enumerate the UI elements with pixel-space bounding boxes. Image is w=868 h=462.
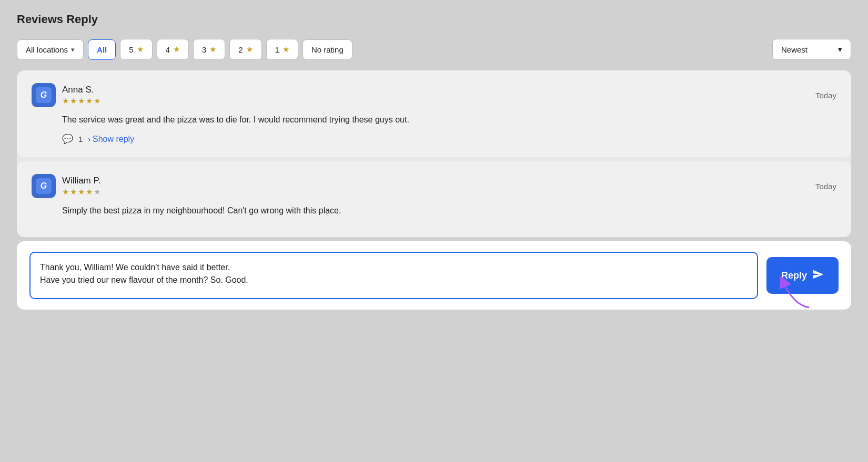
review-header-1: G Anna S. ★ ★ ★ ★ ★ Today: [32, 83, 836, 107]
review-header-left-1: G Anna S. ★ ★ ★ ★ ★: [32, 83, 100, 107]
reply-area-wrapper: Reply: [17, 241, 851, 310]
locations-dropdown[interactable]: All locations ▾: [17, 39, 84, 60]
star-icon: ★: [78, 187, 85, 197]
review-card-1: G Anna S. ★ ★ ★ ★ ★ Today: [17, 70, 851, 157]
sort-label: Newest: [781, 45, 808, 54]
filter-3star-button[interactable]: 3 ★: [193, 39, 225, 60]
review-header-left-2: G William P. ★ ★ ★ ★ ★: [32, 174, 100, 198]
star-5-icon: ★: [137, 45, 144, 54]
star-icon: ★: [86, 187, 93, 197]
locations-chevron: ▾: [71, 46, 75, 54]
reply-button[interactable]: Reply: [766, 257, 839, 294]
avatar-william: G: [32, 174, 56, 198]
review-date-2: Today: [815, 182, 836, 191]
star-3-icon: ★: [209, 45, 216, 54]
sort-dropdown[interactable]: Newest ▾: [772, 39, 851, 60]
filter-4star-label: 4: [166, 45, 170, 54]
filter-all-button[interactable]: All: [88, 39, 116, 60]
reviewer-name-1: Anna S.: [62, 85, 100, 95]
star-icon: ★: [62, 187, 69, 197]
reviewer-name-2: William P.: [62, 176, 100, 186]
reply-button-label: Reply: [781, 270, 807, 281]
review-card-2: G William P. ★ ★ ★ ★ ★ Today: [17, 161, 851, 237]
google-g-icon: G: [41, 90, 47, 100]
review-date-1: Today: [815, 91, 836, 100]
review-stars-2: ★ ★ ★ ★ ★: [62, 187, 100, 197]
reviewer-info-2: William P. ★ ★ ★ ★ ★: [62, 176, 100, 197]
show-reply-label-1: Show reply: [93, 135, 134, 144]
star-icon: ★: [70, 187, 77, 197]
reply-area: Reply: [17, 241, 851, 310]
review-stars-1: ★ ★ ★ ★ ★: [62, 96, 100, 106]
review-text-2: Simply the best pizza in my neighbourhoo…: [62, 204, 836, 217]
reviews-wrapper: G Anna S. ★ ★ ★ ★ ★ Today: [17, 70, 851, 310]
locations-label: All locations: [26, 45, 68, 54]
filter-1star-label: 1: [275, 45, 279, 54]
star-2-icon: ★: [246, 45, 253, 54]
reply-textarea[interactable]: [29, 252, 758, 299]
star-icon: ★: [70, 96, 77, 106]
google-g-icon-2: G: [41, 181, 47, 191]
review-header-2: G William P. ★ ★ ★ ★ ★ Today: [32, 174, 836, 198]
star-icon: ★: [78, 96, 85, 106]
chat-icon-1: 💬: [62, 134, 73, 145]
star-empty-icon: ★: [94, 187, 100, 197]
send-icon: [812, 269, 824, 283]
reply-row-1: 💬 1 › Show reply: [62, 134, 836, 145]
filter-left: All locations ▾ All 5 ★ 4 ★ 3 ★ 2 ★ 1: [17, 39, 352, 60]
filter-2star-label: 2: [238, 45, 243, 54]
filter-norating-label: No rating: [311, 45, 344, 54]
filter-2star-button[interactable]: 2 ★: [229, 39, 261, 60]
reviews-container: G Anna S. ★ ★ ★ ★ ★ Today: [17, 70, 851, 237]
filter-norating-button[interactable]: No rating: [302, 39, 352, 60]
chevron-right-icon: ›: [88, 135, 90, 143]
filter-bar: All locations ▾ All 5 ★ 4 ★ 3 ★ 2 ★ 1: [17, 39, 851, 60]
sort-chevron: ▾: [838, 45, 842, 54]
star-icon: ★: [62, 96, 69, 106]
reply-count-1: 1: [78, 135, 83, 143]
filter-5star-button[interactable]: 5 ★: [120, 39, 152, 60]
filter-5star-label: 5: [129, 45, 133, 54]
star-4-icon: ★: [173, 45, 180, 54]
star-icon: ★: [94, 96, 100, 106]
review-text-1: The service was great and the pizza was …: [62, 114, 836, 126]
filter-1star-button[interactable]: 1 ★: [266, 39, 298, 60]
filter-all-label: All: [97, 45, 107, 54]
reviewer-info-1: Anna S. ★ ★ ★ ★ ★: [62, 85, 100, 106]
star-icon: ★: [86, 96, 93, 106]
star-1-icon: ★: [282, 45, 289, 54]
show-reply-button-1[interactable]: › Show reply: [88, 135, 134, 144]
avatar-anna: G: [32, 83, 56, 107]
filter-3star-label: 3: [202, 45, 206, 54]
filter-4star-button[interactable]: 4 ★: [157, 39, 189, 60]
page-title: Reviews Reply: [17, 13, 851, 26]
